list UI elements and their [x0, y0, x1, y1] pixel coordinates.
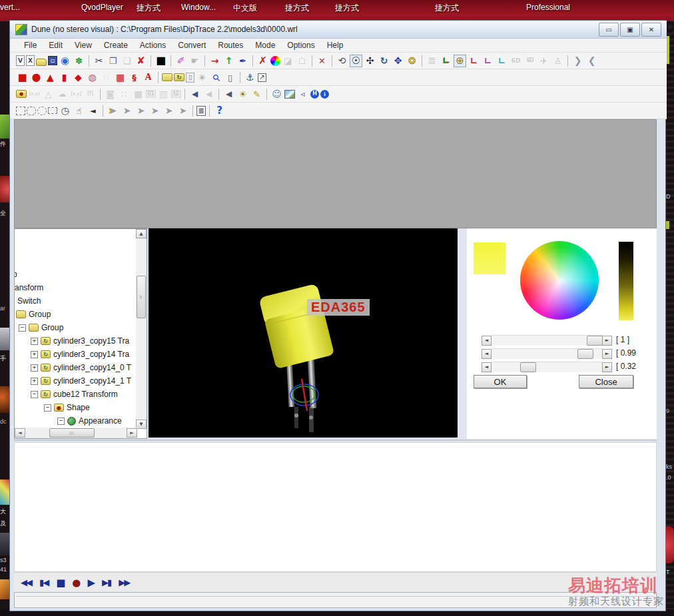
hscroll-thumb[interactable]: |||: [49, 428, 95, 438]
edit-texture-icon[interactable]: ✎: [250, 88, 263, 101]
color-wheel[interactable]: [520, 241, 599, 320]
ok-button[interactable]: OK: [474, 375, 527, 388]
axes-cyan-icon[interactable]: ∟: [496, 55, 508, 67]
transform-node-icon[interactable]: ↻: [174, 73, 184, 81]
script-list-icon[interactable]: ≣: [196, 106, 206, 116]
inline-link-icon[interactable]: ↗: [258, 73, 266, 82]
rotate-cycle-icon[interactable]: ⟲: [336, 55, 348, 67]
stop-button[interactable]: ■: [56, 577, 64, 589]
clipboard-node-icon[interactable]: ▯: [186, 73, 194, 83]
toolbar-separator[interactable]: [192, 105, 193, 117]
toolbar-separator[interactable]: [567, 55, 568, 67]
slider-thumb[interactable]: [587, 336, 603, 346]
tree-expander[interactable]: −: [57, 418, 65, 425]
forward-icon[interactable]: ❯: [571, 55, 584, 67]
time-sensor-icon[interactable]: t2: [171, 90, 181, 98]
color-wheel-icon[interactable]: [270, 56, 280, 66]
point-cloud-icon[interactable]: ∷: [100, 71, 113, 84]
toolbar-separator[interactable]: [103, 105, 103, 117]
help-icon[interactable]: ?: [213, 105, 226, 117]
sound-clip-icon[interactable]: ◀: [202, 88, 215, 101]
toolbar-separator[interactable]: [158, 72, 159, 83]
info-icon[interactable]: i: [320, 90, 329, 99]
group-node-icon[interactable]: [162, 73, 172, 81]
plane-sensor-icon[interactable]: △: [42, 88, 55, 101]
maximize-button[interactable]: ▣: [620, 23, 640, 37]
skip-end-button[interactable]: ▶▮: [102, 577, 111, 587]
head-icon[interactable]: ☺: [270, 88, 283, 101]
box-icon[interactable]: ■: [16, 71, 29, 84]
menu-actions[interactable]: Actions: [134, 39, 172, 51]
sound-icon[interactable]: ◀: [188, 88, 201, 101]
scroll-right-icon[interactable]: ►: [127, 428, 137, 438]
ffwd-button[interactable]: ▶▶: [119, 577, 129, 587]
new-file-icon[interactable]: V: [16, 55, 25, 66]
wire-sphere-icon[interactable]: ◍: [86, 71, 99, 84]
select-box-icon[interactable]: [16, 107, 25, 115]
walk-icon[interactable]: ♙: [551, 55, 564, 67]
convert-material-arrow-icon[interactable]: ➤: [107, 105, 119, 117]
examine-eye-icon[interactable]: ☉: [350, 55, 362, 67]
save-icon[interactable]: ▫: [48, 56, 57, 65]
axes-magenta-icon[interactable]: ∟: [482, 55, 494, 67]
toolbar-separator[interactable]: [184, 89, 185, 100]
toolbar-separator[interactable]: [170, 55, 171, 67]
dots-grid-icon[interactable]: ∷: [118, 88, 131, 101]
open-file-icon[interactable]: [36, 59, 47, 66]
text-node-icon[interactable]: A: [142, 71, 155, 84]
world-axes-icon[interactable]: ⊕: [454, 55, 466, 67]
turn-icon[interactable]: ↻: [378, 55, 390, 67]
close-button[interactable]: Close: [579, 375, 633, 388]
toolbar-separator[interactable]: [100, 89, 101, 100]
texture-icon[interactable]: ☖: [296, 55, 308, 67]
fly-icon[interactable]: ✣: [364, 55, 376, 67]
minimize-button[interactable]: ▭: [599, 23, 619, 37]
tree-item-group-2[interactable]: − Group: [19, 321, 136, 334]
slider-right-arrow[interactable]: ►: [602, 362, 612, 372]
tree-expander[interactable]: −: [44, 404, 51, 412]
shield-icon[interactable]: ◙: [104, 88, 117, 101]
tree-item-shape[interactable]: − ● Shape: [44, 401, 136, 414]
toolbar-separator[interactable]: [266, 89, 267, 100]
cut-icon[interactable]: ✂: [93, 55, 105, 67]
tree-expander[interactable]: +: [31, 351, 38, 358]
menu-file[interactable]: File: [18, 39, 43, 51]
timer-icon[interactable]: ◷: [59, 105, 71, 117]
slider-left-arrow[interactable]: ◄: [482, 362, 492, 372]
binary-icon[interactable]: 01: [146, 90, 156, 98]
tree-item-transform[interactable]: ansform: [15, 281, 136, 294]
toolbar-separator[interactable]: [151, 55, 151, 67]
slider-left-arrow[interactable]: ◄: [482, 349, 492, 359]
render-settings-icon[interactable]: ◉: [59, 55, 71, 67]
tree-item-switch[interactable]: Switch: [17, 294, 136, 308]
tree-item-fragment[interactable]: p: [15, 268, 136, 281]
toolbar-separator[interactable]: [209, 105, 210, 117]
menu-edit[interactable]: Edit: [43, 39, 69, 51]
slider-right-arrow[interactable]: ►: [602, 336, 612, 346]
scene-settings-icon[interactable]: ✐: [174, 55, 187, 67]
anchor-icon[interactable]: ⚓: [244, 71, 256, 84]
drag-hand-icon[interactable]: ☛: [188, 55, 201, 67]
cone-blue-icon[interactable]: ◃: [296, 88, 309, 101]
tree-expander[interactable]: +: [31, 338, 38, 345]
menu-create[interactable]: Create: [98, 39, 134, 51]
filmstrip-icon[interactable]: ▥: [157, 88, 170, 101]
background-color-icon[interactable]: ■: [155, 55, 167, 67]
scroll-down-icon[interactable]: ▼: [136, 420, 147, 429]
select-cylinder-icon[interactable]: [27, 107, 36, 115]
menu-convert[interactable]: Convert: [172, 39, 212, 51]
touch-sensor-icon[interactable]: ☝: [73, 105, 85, 117]
slider-track[interactable]: [492, 362, 602, 372]
sphere-icon[interactable]: ●: [30, 71, 43, 84]
tree-item-cylinder3-copy14[interactable]: + ↻ cylinder3_copy14 Tra: [31, 348, 136, 361]
slider-thumb[interactable]: [577, 349, 593, 359]
gray-square-icon[interactable]: ■: [132, 88, 145, 101]
convert-transform-arrow-icon[interactable]: ➤: [135, 105, 147, 117]
tree-item-group[interactable]: Group: [16, 308, 136, 321]
convert-xy-arrow-icon[interactable]: ➤: [121, 105, 133, 117]
jump-mode-icon[interactable]: ✗: [256, 55, 269, 67]
back-icon[interactable]: ❮: [585, 55, 598, 67]
play-button[interactable]: ▶: [87, 577, 94, 589]
paste-icon[interactable]: ❏: [121, 55, 133, 67]
polyhedron-icon[interactable]: ◆: [72, 71, 85, 84]
